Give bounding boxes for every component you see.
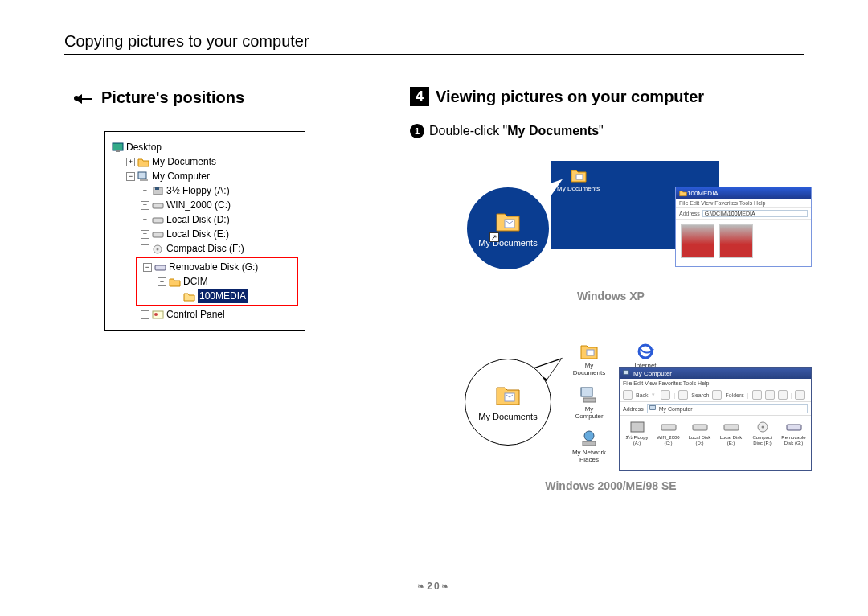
pointing-hand-icon bbox=[72, 89, 93, 107]
desktop-icon-network: My Network Places bbox=[571, 429, 608, 463]
illustration-windows-xp: My Documents 100MEDIA File Edit View Fav… bbox=[458, 161, 812, 281]
toolbar-button bbox=[795, 390, 805, 400]
page-footer: ❧20❧ bbox=[0, 581, 868, 592]
ie-icon bbox=[636, 343, 655, 360]
tree-removable: − Removable Disk (G:) bbox=[138, 260, 296, 274]
w2k-address-bar: Address My Computer bbox=[620, 402, 811, 416]
xp-desktop-mydocs: My Documents bbox=[557, 167, 600, 192]
desktop-icon bbox=[112, 142, 124, 153]
tree-my-documents: + My Documents bbox=[112, 154, 298, 169]
thumbnail bbox=[681, 224, 714, 258]
svg-rect-3 bbox=[138, 172, 146, 179]
svg-rect-31 bbox=[787, 425, 801, 430]
expand-icon: + bbox=[141, 201, 149, 210]
svg-rect-25 bbox=[631, 422, 644, 432]
drive-e: Local Disk (E:) bbox=[717, 421, 745, 446]
footer-ornament-icon: ❧ bbox=[441, 581, 451, 592]
folders-icon bbox=[712, 390, 722, 400]
xp-window-thumbs bbox=[676, 220, 811, 263]
svg-rect-19 bbox=[581, 388, 592, 396]
drive-removable: Removable Disk (G:) bbox=[780, 421, 808, 446]
expand-icon: + bbox=[141, 216, 149, 224]
page-header: Copying pictures to your computer bbox=[64, 32, 804, 55]
os-label-xp: Windows XP bbox=[410, 290, 812, 302]
svg-rect-7 bbox=[153, 203, 163, 208]
w2k-window-titlebar: My Computer bbox=[620, 368, 811, 379]
folder-docs-icon bbox=[570, 167, 588, 183]
expand-icon: + bbox=[141, 244, 149, 253]
substep-number-badge: 1 bbox=[410, 124, 424, 138]
xp-explorer-window: 100MEDIA File Edit View Favorites Tools … bbox=[675, 187, 812, 267]
drive-icon bbox=[661, 421, 677, 433]
folder-icon bbox=[137, 157, 149, 167]
drive-c: WIN_2000 (C:) bbox=[654, 421, 682, 446]
drive-floppy: 3½ Floppy (A:) bbox=[623, 421, 651, 446]
computer-icon bbox=[579, 386, 599, 404]
tree-floppy: + 3½ Floppy (A:) bbox=[112, 183, 298, 198]
step-number-badge: 4 bbox=[410, 87, 429, 106]
expand-icon: + bbox=[141, 230, 149, 239]
toolbar-button bbox=[778, 390, 788, 400]
expand-icon: + bbox=[126, 158, 135, 166]
svg-rect-20 bbox=[583, 398, 596, 402]
substep-1: 1 Double-click "My Documents" bbox=[410, 124, 812, 138]
collapse-icon: − bbox=[158, 277, 166, 286]
drive-d: Local Disk (D:) bbox=[686, 421, 714, 446]
thumbnail bbox=[719, 224, 753, 258]
w2k-window-menu: File Edit View Favorites Tools Help bbox=[620, 379, 811, 388]
network-icon bbox=[579, 429, 599, 447]
w2k-address-value: My Computer bbox=[647, 404, 808, 413]
removable-icon bbox=[786, 421, 802, 433]
tree-c-drive: + WIN_2000 (C:) bbox=[112, 198, 298, 212]
folder-open-icon bbox=[183, 291, 195, 302]
my-documents-icon bbox=[494, 383, 522, 407]
collapse-icon: − bbox=[126, 172, 135, 181]
page-title: Copying pictures to your computer bbox=[64, 32, 309, 50]
svg-point-14 bbox=[154, 313, 158, 316]
page-number: 20 bbox=[427, 581, 440, 592]
xp-window-address-bar: Address G:\DCIM\100MEDIA bbox=[676, 208, 811, 220]
drive-cd: Compact Disc (F:) bbox=[748, 421, 776, 446]
xp-window-titlebar: 100MEDIA bbox=[676, 187, 811, 199]
svg-rect-2 bbox=[116, 150, 120, 152]
svg-rect-27 bbox=[693, 425, 707, 430]
svg-point-11 bbox=[157, 248, 159, 250]
left-heading-row: Picture's positions bbox=[72, 88, 354, 107]
computer-icon bbox=[649, 405, 657, 413]
toolbar-button bbox=[661, 390, 670, 400]
tree-control-panel: + Control Panel bbox=[112, 307, 298, 322]
left-column: Picture's positions Desktop + My Documen… bbox=[72, 88, 354, 331]
xp-address-value: G:\DCIM\100MEDIA bbox=[702, 210, 808, 217]
cd-icon bbox=[152, 244, 164, 254]
tree-100media: 100MEDIA bbox=[138, 289, 296, 303]
w2k-drives-view: 3½ Floppy (A:) WIN_2000 (C:) Local Disk … bbox=[620, 416, 811, 451]
substep-text: Double-click "My Documents" bbox=[429, 124, 604, 138]
floppy-icon bbox=[629, 421, 645, 433]
folder-tree-box: Desktop + My Documents − My Computer + 3… bbox=[104, 131, 305, 331]
tree-dcim: − DCIM bbox=[138, 274, 296, 289]
drive-icon bbox=[723, 421, 739, 433]
floppy-icon bbox=[152, 186, 164, 196]
expand-icon: + bbox=[141, 187, 149, 195]
svg-rect-24 bbox=[649, 405, 655, 409]
svg-rect-26 bbox=[661, 425, 676, 430]
svg-rect-17 bbox=[587, 350, 594, 355]
shortcut-arrow-icon: ↗ bbox=[489, 232, 499, 242]
svg-rect-6 bbox=[155, 187, 159, 190]
svg-rect-23 bbox=[624, 370, 629, 374]
collapse-icon: − bbox=[143, 263, 152, 272]
step-heading-row: 4 Viewing pictures on your computer bbox=[410, 87, 812, 106]
svg-rect-12 bbox=[155, 265, 166, 270]
highlighted-path: − Removable Disk (G:) − DCIM 100MEDIA bbox=[136, 257, 298, 306]
svg-rect-13 bbox=[153, 311, 163, 318]
svg-rect-22 bbox=[583, 441, 596, 446]
left-heading: Picture's positions bbox=[101, 88, 244, 107]
drive-icon bbox=[692, 421, 708, 433]
expand-icon: + bbox=[141, 310, 149, 319]
svg-rect-8 bbox=[153, 218, 163, 223]
callout-bubble-xp: ↗ My Documents bbox=[465, 185, 551, 272]
tree-my-computer: − My Computer bbox=[112, 169, 298, 183]
svg-rect-4 bbox=[140, 179, 148, 181]
callout-bubble-w2k: My Documents bbox=[465, 359, 551, 446]
removable-icon bbox=[154, 262, 166, 273]
